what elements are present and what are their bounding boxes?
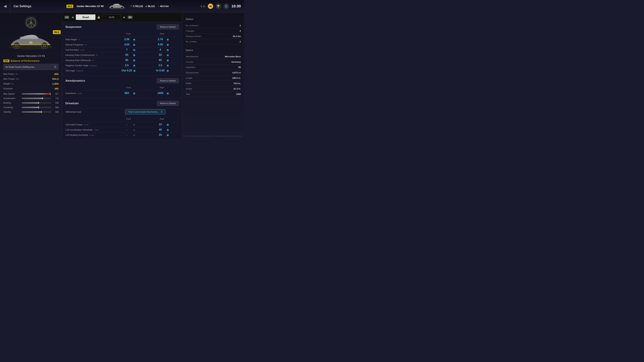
spec-key: Aspiration	[186, 66, 196, 68]
rear-bar-icon[interactable]: ▩	[167, 54, 169, 56]
rear-bar-icon[interactable]: ▩	[167, 38, 169, 41]
param-rear-cell[interactable]: 1400 ▩	[145, 92, 179, 95]
front-bar-icon[interactable]: ▩	[134, 69, 136, 72]
table-row: Anti-Roll Bars Level 7 ▩ 4 ▩	[66, 47, 179, 52]
status-value: 2	[240, 24, 241, 27]
svg-point-1	[111, 7, 113, 9]
front-bar-icon[interactable]: ▩	[133, 92, 135, 94]
tab-left-arrow[interactable]: ◀	[70, 15, 75, 20]
tab-bar: L1 ◀ Road 🔒 Drift ▶ R1	[62, 12, 182, 22]
param-rear-cell[interactable]: 85 ▩	[145, 59, 179, 62]
param-front-cell[interactable]: 85 ▩	[112, 59, 145, 62]
param-rear-cell[interactable]: 10 ▩	[145, 123, 179, 126]
table-row: LSD Braking Sensitivity Level -- ▩ 20 ▩	[66, 132, 179, 137]
param-rear-value: 55	[155, 53, 165, 56]
diff-gear-dropdown[interactable]: Fully Customizable Mechanica... ☰	[125, 109, 165, 114]
param-rear-cell[interactable]: 2.5 ▩	[145, 64, 179, 67]
top-center-area: Gr.1 Sauber Mercedes C9 '89 63 ◊ 7,793,1…	[35, 1, 200, 11]
drivetrain-table-header: Front Rear	[66, 117, 179, 121]
r1-badge: R1	[128, 16, 132, 19]
param-name: Downforce Level	[66, 92, 112, 94]
status-key: Distance Driven	[186, 35, 201, 37]
front-bar-icon[interactable]: ▩	[133, 59, 135, 61]
tab-drift[interactable]: Drift	[102, 14, 121, 20]
level-badge: 48	[208, 3, 213, 9]
rear-bar-icon[interactable]: ▩	[167, 123, 169, 126]
param-rear-value: 40	[155, 128, 165, 131]
front-bar-icon[interactable]: ▩	[133, 54, 135, 56]
spec-value: 41.3 in.	[234, 87, 241, 90]
front-bar-icon: ▩	[133, 134, 135, 136]
table-row: Natural Frequency Hz 4.00 ▩ 4.00 ▩	[66, 42, 179, 47]
param-rear-value: 1400	[155, 92, 165, 95]
profile-icon[interactable]: 👤	[224, 3, 229, 9]
param-front-cell[interactable]: 2.5 ▩	[112, 64, 145, 67]
param-rear-cell[interactable]: 20 ▩	[145, 133, 179, 136]
param-rear-cell[interactable]: 55 ▩	[145, 53, 179, 56]
perf-stat-fill	[22, 93, 50, 94]
perf-stat-value: 5.8	[53, 102, 58, 104]
aerodynamics-table: Front Rear Downforce Level 850 ▩ 1400 ▩	[66, 86, 179, 96]
diff-gear-row: Differential Gear Fully Customizable Mec…	[66, 108, 179, 115]
stat-tick	[42, 111, 42, 113]
suspension-header: Suspension Reset to Default	[66, 24, 179, 29]
rear-bar-icon[interactable]: ▩	[167, 59, 169, 61]
rear-bar-icon[interactable]: ▩	[167, 64, 169, 67]
table-row: LSD Initial Torque Level -- ▩ 10 ▩	[66, 122, 179, 127]
stat-label: Weight lbs.	[3, 82, 20, 85]
rear-bar-icon[interactable]: ▩	[167, 129, 169, 131]
param-rear-cell[interactable]: 2.76 ▩	[145, 38, 179, 41]
rear-bar-icon[interactable]: ▩	[167, 69, 169, 72]
svg-point-2	[121, 7, 123, 9]
param-rear-cell[interactable]: 40 ▩	[145, 128, 179, 131]
spec-key: Manufacturer	[186, 55, 198, 58]
setting-line[interactable]: for Road Course (Setting ena... ☰	[3, 64, 58, 70]
rear-bar-icon[interactable]: ▩	[167, 92, 169, 94]
param-name: Anti-Roll Bars Level	[66, 49, 112, 51]
param-front-cell[interactable]: 4.00 ▩	[112, 43, 145, 46]
back-button[interactable]: ◀	[0, 0, 10, 12]
suspension-reset-button[interactable]: Reset to Default	[157, 24, 179, 29]
spec-row: Height41.3 in.	[186, 86, 241, 91]
tab-road[interactable]: Road	[76, 14, 96, 20]
suspension-front-header: Front	[112, 33, 145, 35]
car-name-top: Sauber Mercedes C9 '89	[77, 5, 104, 7]
spec-key: Height	[186, 87, 192, 90]
stat-label: Drivetrain	[3, 87, 20, 90]
front-bar-icon[interactable]: ▩	[133, 64, 135, 67]
drivetrain-table: Front Rear LSD Initial Torque Level -- ▩…	[66, 117, 179, 137]
param-rear-cell[interactable]: 4.00 ▩	[145, 43, 179, 46]
tab-right-arrow[interactable]: ▶	[122, 15, 127, 20]
param-front-cell[interactable]: 55 ▩	[112, 53, 145, 56]
status-row: No. of Races2	[186, 23, 241, 28]
aerodynamics-reset-button[interactable]: Reset to Default	[157, 78, 179, 83]
svg-rect-10	[20, 36, 37, 39]
param-rear-cell[interactable]: In 0.50 ▩	[145, 69, 179, 72]
front-bar-icon[interactable]: ▩	[133, 49, 135, 51]
aero-rear-header: Rear	[145, 86, 179, 89]
param-front-cell[interactable]: 850 ▩	[112, 92, 145, 95]
param-front-value: 2.5	[122, 64, 132, 67]
param-rear-cell[interactable]: 4 ▩	[145, 48, 179, 51]
table-row: Damping Ratio (Rebound) % 85 ▩ 85 ▩	[66, 57, 179, 63]
front-bar-icon[interactable]: ▩	[133, 38, 135, 41]
spec-key: Displacement	[186, 71, 199, 74]
spec-row: CountryGermany	[186, 59, 241, 65]
aerodynamics-title: Aerodynamics	[66, 79, 85, 82]
param-front-cell[interactable]: 2.56 ▩	[112, 38, 145, 41]
table-row: Ride Height in. 2.56 ▩ 2.76 ▩	[66, 37, 179, 42]
front-bar-icon: ▩	[133, 129, 135, 131]
grade-badge-left: Gr.1	[53, 30, 61, 34]
param-front-cell[interactable]: 7 ▩	[112, 48, 145, 51]
drivetrain-reset-button[interactable]: Reset to Default	[157, 101, 179, 106]
car-name-left: Sauber Mercedes C9 '89	[3, 54, 58, 57]
perf-stat-row: Max Speed 9.7	[3, 92, 58, 95]
rear-bar-icon[interactable]: ▩	[167, 134, 169, 136]
param-front-cell[interactable]: Out 0.25 ▩	[112, 69, 145, 72]
rear-bar-icon[interactable]: ▩	[167, 49, 169, 51]
menu-icon[interactable]: ☰	[54, 65, 56, 68]
stat-value: MR	[53, 87, 58, 90]
rear-bar-icon[interactable]: ▩	[167, 43, 169, 46]
front-bar-icon[interactable]: ▩	[133, 43, 135, 46]
trophy-icon[interactable]: 🏆	[216, 3, 221, 9]
